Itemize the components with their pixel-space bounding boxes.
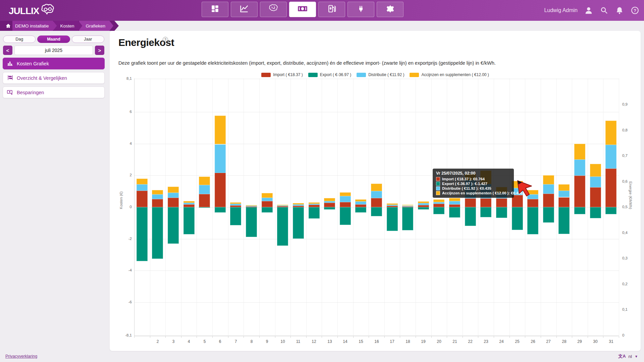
bar-day15-accijnzen[interactable] [355, 199, 366, 201]
legend-item-export[interactable]: Export ( €-36.97 ) [308, 72, 351, 77]
nav-button-dashboard-grid[interactable] [202, 2, 228, 17]
bar-day23-export[interactable] [480, 207, 491, 217]
bar-day6-export[interactable] [215, 207, 226, 213]
bar-day14-export[interactable] [340, 207, 351, 225]
bar-day13-accijnzen[interactable] [324, 198, 335, 201]
bar-day4-import[interactable] [183, 204, 195, 207]
bar-day19-export[interactable] [418, 207, 429, 209]
bar-day21-distributie[interactable] [449, 201, 460, 204]
bar-day30-distributie[interactable] [590, 177, 601, 187]
bar-day13-export[interactable] [324, 207, 335, 209]
bar-day16-import[interactable] [371, 198, 382, 207]
bar-day1-accijnzen[interactable] [137, 179, 148, 184]
bar-day3-distributie[interactable] [168, 193, 179, 198]
bar-day20-accijnzen[interactable] [433, 199, 444, 202]
period-tab-jaar[interactable]: Jaar [72, 36, 104, 43]
bar-day12-accijnzen[interactable] [309, 202, 320, 204]
breadcrumb-item-2[interactable]: Grafieken [79, 21, 114, 31]
bar-day4-distributie[interactable] [183, 203, 195, 204]
bar-day17-distributie[interactable] [387, 205, 398, 206]
bar-day20-import[interactable] [433, 204, 444, 207]
month-input[interactable] [14, 46, 93, 55]
bar-day10-export[interactable] [277, 207, 288, 246]
sidebar-item-overzicht-vergelijken[interactable]: Overzicht & Vergelijken [3, 72, 105, 84]
bar-day20-distributie[interactable] [433, 202, 444, 204]
prev-month-button[interactable]: < [3, 46, 12, 55]
bar-day29-distributie[interactable] [574, 160, 585, 176]
bar-day5-export[interactable] [199, 207, 210, 208]
bar-day29-import[interactable] [574, 176, 585, 207]
bar-day19-distributie[interactable] [418, 203, 429, 205]
sidebar-item-besparingen[interactable]: Besparingen [3, 86, 105, 98]
nav-button-gear[interactable] [377, 2, 404, 17]
bar-day21-import[interactable] [449, 204, 460, 207]
bar-day16-distributie[interactable] [371, 191, 382, 198]
bar-day1-import[interactable] [137, 191, 148, 207]
bar-day29-accijnzen[interactable] [574, 144, 585, 160]
nav-button-money[interactable] [289, 2, 316, 17]
bar-day11-accijnzen[interactable] [293, 203, 304, 204]
bar-day8-distributie[interactable] [246, 206, 257, 206]
bar-day9-export[interactable] [262, 207, 273, 213]
bar-day15-import[interactable] [355, 204, 366, 207]
bar-day6-distributie[interactable] [215, 144, 226, 173]
bar-day10-distributie[interactable] [277, 205, 288, 206]
bar-day9-distributie[interactable] [262, 198, 273, 201]
bar-day27-export[interactable] [543, 207, 554, 223]
bar-day21-accijnzen[interactable] [449, 198, 460, 201]
period-tab-maand[interactable]: Maand [37, 36, 70, 43]
breadcrumb-item-1[interactable]: Kosten [54, 21, 83, 31]
bar-day16-export[interactable] [371, 207, 382, 216]
user-avatar-icon[interactable] [584, 6, 593, 15]
bar-day6-import[interactable] [215, 173, 226, 207]
bar-day2-distributie[interactable] [152, 194, 163, 199]
bar-day10-accijnzen[interactable] [277, 205, 288, 205]
bar-day27-import[interactable] [543, 194, 554, 207]
bar-day29-export[interactable] [574, 207, 585, 214]
bar-day6-accijnzen[interactable] [215, 116, 226, 144]
nav-button-line-chart[interactable] [231, 2, 258, 17]
help-icon[interactable]: ? [631, 6, 639, 15]
bar-day16-accijnzen[interactable] [371, 184, 382, 191]
bar-day27-accijnzen[interactable] [543, 175, 554, 184]
bar-day18-distributie[interactable] [402, 206, 413, 206]
bar-day15-export[interactable] [355, 207, 366, 213]
search-icon[interactable] [600, 6, 608, 15]
bar-day14-import[interactable] [340, 202, 351, 207]
bar-day12-import[interactable] [309, 205, 320, 207]
bar-day23-import[interactable] [480, 198, 491, 207]
bar-day26-export[interactable] [527, 207, 538, 234]
bar-day26-import[interactable] [527, 199, 538, 207]
bar-day31-import[interactable] [605, 169, 616, 207]
legend-item-distributie[interactable]: Distributie ( €11.92 ) [357, 72, 404, 77]
title-help-icon[interactable]: ? [163, 37, 168, 42]
bar-day11-distributie[interactable] [293, 204, 304, 206]
bar-day28-export[interactable] [558, 207, 570, 234]
privacy-link[interactable]: Privacyverklaring [5, 354, 37, 359]
bar-day25-export[interactable] [512, 207, 523, 230]
bar-day18-export[interactable] [402, 207, 413, 230]
bar-day4-export[interactable] [183, 207, 195, 234]
bar-day12-distributie[interactable] [309, 204, 320, 205]
bar-day31-accijnzen[interactable] [605, 121, 616, 145]
next-month-button[interactable]: > [95, 46, 104, 55]
bar-day19-accijnzen[interactable] [418, 201, 429, 203]
bar-day2-import[interactable] [152, 199, 163, 207]
bar-day24-import[interactable] [496, 198, 507, 207]
bar-day27-distributie[interactable] [543, 184, 554, 194]
bar-day21-export[interactable] [449, 207, 460, 218]
legend-item-import[interactable]: Import ( €18.37 ) [261, 72, 303, 77]
bar-day2-accijnzen[interactable] [152, 190, 163, 194]
bar-day8-export[interactable] [246, 207, 257, 237]
bar-day9-import[interactable] [262, 201, 273, 207]
bar-day2-export[interactable] [152, 207, 163, 259]
bar-day28-import[interactable] [558, 197, 570, 207]
bar-day30-import[interactable] [590, 187, 601, 207]
bar-day24-export[interactable] [496, 207, 507, 218]
bar-day17-accijnzen[interactable] [387, 203, 398, 205]
bar-day11-export[interactable] [293, 207, 304, 239]
bar-day1-distributie[interactable] [137, 184, 148, 191]
bar-day28-accijnzen[interactable] [558, 184, 570, 191]
app-logo[interactable]: JULLIX [9, 4, 55, 18]
bar-day1-export[interactable] [137, 207, 148, 261]
